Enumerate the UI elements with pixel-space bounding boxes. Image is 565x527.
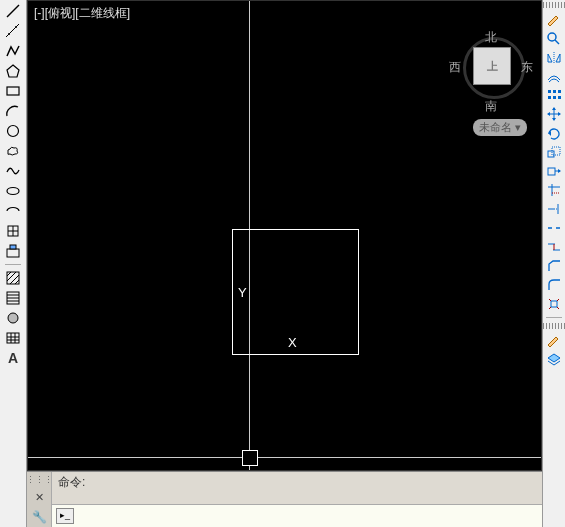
viewport-label[interactable]: [-][俯视][二维线框]	[34, 5, 130, 22]
svg-marker-30	[548, 54, 552, 62]
drawing-canvas[interactable]: [-][俯视][二维线框] Y X 上 北 南 西 东 未命名 ▾ I	[27, 0, 542, 471]
svg-rect-62	[551, 301, 557, 307]
ucs-name-tag[interactable]: 未命名 ▾	[473, 119, 527, 136]
fillet-icon[interactable]	[545, 277, 563, 293]
insert-block-icon[interactable]	[4, 222, 22, 240]
grip-icon[interactable]	[543, 323, 565, 329]
svg-point-2	[8, 33, 10, 35]
command-panel: ⋮⋮⋮ ✕ 🔧 命令: ▸_	[27, 471, 542, 527]
array-icon[interactable]	[545, 87, 563, 103]
command-input-row: ▸_	[52, 504, 542, 527]
separator	[546, 317, 562, 318]
x-axis-label: X	[288, 335, 297, 350]
brush-icon[interactable]	[545, 11, 563, 27]
trim-icon[interactable]	[545, 182, 563, 198]
hatch-icon[interactable]	[4, 269, 22, 287]
svg-rect-38	[558, 96, 561, 99]
svg-rect-12	[10, 245, 16, 249]
make-block-icon[interactable]	[4, 242, 22, 260]
svg-marker-42	[552, 118, 556, 121]
svg-point-6	[8, 126, 19, 137]
text-cursor-icon: I	[148, 428, 153, 445]
line-icon[interactable]	[4, 2, 22, 20]
svg-line-0	[7, 5, 19, 17]
revision-cloud-icon[interactable]	[4, 142, 22, 160]
svg-rect-5	[7, 87, 19, 95]
chamfer-icon[interactable]	[545, 258, 563, 274]
svg-marker-41	[552, 107, 556, 110]
compass-north[interactable]: 北	[485, 29, 497, 46]
svg-rect-34	[553, 90, 556, 93]
circle-icon[interactable]	[4, 122, 22, 140]
svg-line-64	[557, 299, 559, 301]
cube-top-face[interactable]: 上	[473, 47, 511, 85]
command-history: 命令:	[52, 472, 542, 504]
scale-icon[interactable]	[545, 144, 563, 160]
command-prompt-icon: ▸_	[56, 508, 74, 524]
svg-marker-44	[558, 112, 561, 116]
table-icon[interactable]	[4, 329, 22, 347]
polyline-icon[interactable]	[4, 42, 22, 60]
svg-line-14	[7, 272, 11, 276]
svg-rect-23	[7, 333, 19, 343]
rectangle-icon[interactable]	[4, 82, 22, 100]
compass-west[interactable]: 西	[449, 59, 461, 76]
svg-marker-4	[7, 65, 19, 77]
region-icon[interactable]	[4, 309, 22, 327]
svg-rect-33	[548, 90, 551, 93]
y-axis-label: Y	[238, 285, 247, 300]
text-icon[interactable]: A	[4, 349, 22, 367]
svg-point-3	[15, 26, 17, 28]
explode-icon[interactable]	[545, 296, 563, 312]
ucs-origin-icon	[242, 450, 258, 466]
ellipse-arc-icon[interactable]	[4, 202, 22, 220]
command-input[interactable]	[78, 506, 542, 526]
left-toolbar: A	[0, 0, 27, 527]
stretch-icon[interactable]	[545, 163, 563, 179]
right-toolbar	[542, 0, 565, 527]
svg-rect-48	[548, 168, 555, 175]
svg-marker-43	[547, 112, 550, 116]
layer-icon[interactable]	[545, 351, 563, 367]
svg-line-1	[6, 24, 19, 37]
svg-rect-37	[553, 96, 556, 99]
grip-icon[interactable]	[543, 2, 565, 8]
svg-line-17	[15, 280, 19, 284]
compass-east[interactable]: 东	[521, 59, 533, 76]
svg-marker-50	[558, 169, 561, 173]
break-icon[interactable]	[545, 220, 563, 236]
svg-rect-46	[548, 151, 554, 157]
svg-rect-35	[558, 90, 561, 93]
brush2-icon[interactable]	[545, 332, 563, 348]
svg-rect-36	[548, 96, 551, 99]
compass-south[interactable]: 南	[485, 98, 497, 115]
wrench-icon[interactable]: 🔧	[32, 510, 47, 524]
offset-icon[interactable]	[545, 68, 563, 84]
mirror-icon[interactable]	[545, 49, 563, 65]
svg-line-29	[555, 40, 559, 44]
construction-line-icon[interactable]	[4, 22, 22, 40]
close-icon[interactable]: ✕	[35, 491, 44, 504]
spline-icon[interactable]	[4, 162, 22, 180]
view-cube[interactable]: 上 北 南 西 东	[445, 29, 535, 119]
svg-rect-11	[7, 249, 19, 257]
ellipse-icon[interactable]	[4, 182, 22, 200]
move-icon[interactable]	[545, 106, 563, 122]
svg-line-66	[557, 307, 559, 309]
join-icon[interactable]	[545, 239, 563, 255]
command-gutter: ⋮⋮⋮ ✕ 🔧	[27, 472, 52, 527]
quick-select-icon[interactable]	[545, 30, 563, 46]
gradient-icon[interactable]	[4, 289, 22, 307]
svg-point-22	[8, 313, 18, 323]
svg-point-28	[548, 33, 556, 41]
rotate-icon[interactable]	[545, 125, 563, 141]
axis-horizontal	[28, 457, 541, 458]
extend-icon[interactable]	[545, 201, 563, 217]
svg-marker-31	[556, 54, 560, 62]
svg-point-7	[7, 188, 19, 195]
arc-icon[interactable]	[4, 102, 22, 120]
polygon-icon[interactable]	[4, 62, 22, 80]
svg-line-65	[549, 307, 551, 309]
grip-icon[interactable]: ⋮⋮⋮	[26, 475, 53, 485]
svg-line-63	[549, 299, 551, 301]
